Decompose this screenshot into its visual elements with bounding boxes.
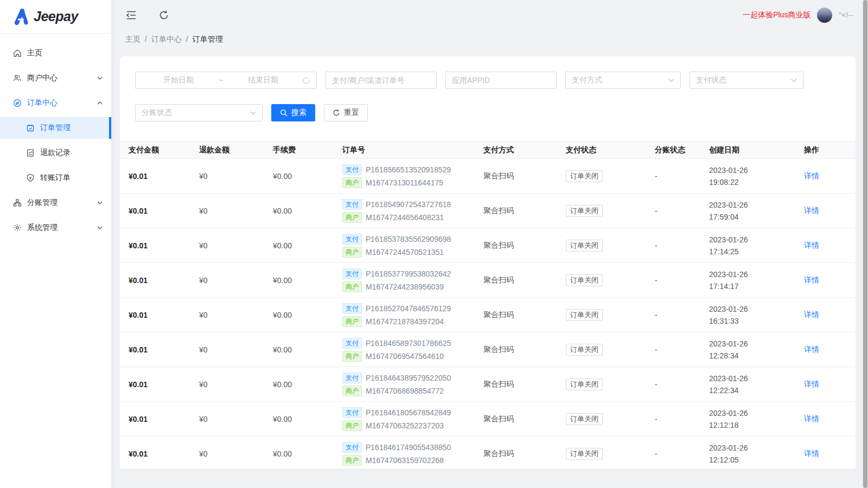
- cell-pay-state: 订单关闭: [557, 309, 646, 321]
- filter-row-1: 开始日期 ~ 结束日期 支付方式: [135, 72, 840, 89]
- sidebar-item-home[interactable]: 主页: [0, 42, 111, 64]
- cell-fee: ¥0.00: [264, 415, 334, 423]
- cell-actions: 详情: [795, 414, 856, 424]
- shield-icon: [26, 174, 35, 182]
- sidebar-item-merchant-center[interactable]: 商户中心: [0, 67, 111, 89]
- cell-order-no: 支付 P1618549072543727618 商户 M167472446564…: [334, 197, 475, 225]
- division-state-select[interactable]: 分账状态: [135, 104, 263, 121]
- avatar[interactable]: [817, 8, 832, 23]
- menu-fold-icon[interactable]: [125, 9, 137, 21]
- pay-order-no: P1618527047846576129: [366, 304, 451, 313]
- jeepay-logo-icon: [12, 8, 30, 26]
- sidebar-item-division-manage[interactable]: 分账管理: [0, 192, 111, 214]
- cell-pay-state: 订单关闭: [557, 448, 646, 460]
- breadcrumb-order-center[interactable]: 订单中心: [151, 35, 182, 44]
- detail-link[interactable]: 详情: [804, 414, 819, 423]
- search-icon: [280, 109, 288, 117]
- brand-logo[interactable]: Jeepay: [0, 0, 111, 34]
- detail-link[interactable]: 详情: [804, 241, 819, 249]
- pay-tag: 支付: [342, 373, 362, 383]
- created-date: 2023-01-26: [709, 234, 795, 246]
- cell-division-state: -: [646, 450, 700, 458]
- brand-name: Jeepay: [34, 9, 78, 24]
- pay-way-select[interactable]: 支付方式: [565, 72, 681, 89]
- order-no-input[interactable]: [326, 72, 437, 89]
- chevron-down-icon: [97, 76, 103, 80]
- cell-pay-amount: ¥0.01: [120, 380, 190, 389]
- detail-link[interactable]: 详情: [804, 310, 819, 319]
- table-row: ¥0.01 ¥0 ¥0.00 支付 P1618465897301786625 商…: [120, 332, 856, 367]
- created-date: 2023-01-26: [709, 407, 795, 419]
- pay-tag: 支付: [342, 338, 362, 349]
- cell-created-date: 2023-01-26 12:12:18: [700, 407, 795, 431]
- sidebar-item-transfer-orders[interactable]: 转账订单: [0, 167, 111, 189]
- cell-pay-amount: ¥0.01: [120, 172, 190, 181]
- date-range-picker[interactable]: 开始日期 ~ 结束日期: [135, 72, 317, 89]
- detail-link[interactable]: 详情: [804, 206, 819, 215]
- pay-state-placeholder: 支付状态: [696, 75, 726, 85]
- detail-link[interactable]: 详情: [804, 380, 819, 388]
- table-row: ¥0.01 ¥0 ¥0.00 支付 P1618537799538032642 商…: [120, 263, 856, 298]
- table-row: ¥0.01 ¥0 ¥0.00 支付 P1618549072543727618 商…: [120, 194, 856, 228]
- order-state-tag: 订单关闭: [566, 344, 603, 356]
- cell-pay-way: 聚合扫码: [475, 275, 557, 285]
- cell-pay-amount: ¥0.01: [120, 415, 190, 423]
- cell-created-date: 2023-01-26 12:28:34: [700, 338, 795, 362]
- header-suffix-text: "<!--: [839, 11, 854, 19]
- detail-link[interactable]: 详情: [804, 171, 819, 180]
- detail-link[interactable]: 详情: [804, 345, 819, 354]
- detail-link[interactable]: 详情: [804, 275, 819, 284]
- detail-link[interactable]: 详情: [804, 449, 819, 458]
- table-row: ¥0.01 ¥0 ¥0.00 支付 P1618464389579522050 商…: [120, 367, 856, 402]
- breadcrumb-home[interactable]: 主页: [125, 35, 141, 44]
- cell-created-date: 2023-01-26 16:31:33: [700, 303, 795, 327]
- created-time: 12:12:05: [709, 454, 795, 466]
- sidebar-item-order-center[interactable]: 订单中心: [0, 92, 111, 114]
- page-scrollbar: [863, 0, 868, 488]
- created-time: 17:59:04: [709, 211, 795, 223]
- pay-state-select[interactable]: 支付状态: [690, 72, 803, 89]
- order-state-tag: 订单关闭: [566, 309, 603, 321]
- chevron-down-icon: [250, 111, 256, 115]
- order-state-tag: 订单关闭: [566, 240, 603, 252]
- merchant-tag: 商户: [342, 316, 362, 327]
- sidebar-item-label: 主页: [27, 48, 42, 58]
- filter-row-2: 分账状态 搜索 重: [135, 104, 840, 121]
- col-pay-amount: 支付金额: [120, 145, 190, 155]
- chevron-down-icon: [791, 79, 797, 82]
- table-row: ¥0.01 ¥0 ¥0.00 支付 P1618461805678542849 商…: [120, 402, 856, 436]
- pay-tag: 支付: [342, 303, 362, 314]
- merchant-order-no: M16747063159702268: [366, 456, 444, 465]
- cell-order-no: 支付 P1618537799538032642 商户 M167472442389…: [334, 266, 475, 294]
- cell-pay-state: 订单关闭: [557, 274, 646, 286]
- reset-icon: [333, 109, 340, 117]
- sidebar-item-refund-records[interactable]: 退款记录: [0, 142, 111, 164]
- reload-icon[interactable]: [158, 9, 170, 21]
- appid-input[interactable]: [445, 72, 557, 89]
- sidebar-item-system-manage[interactable]: 系统管理: [0, 217, 111, 239]
- order-state-tag: 订单关闭: [566, 448, 603, 460]
- cell-pay-state: 订单关闭: [557, 205, 646, 217]
- cell-pay-amount: ¥0.01: [120, 241, 190, 250]
- calendar-icon: [26, 124, 35, 132]
- order-state-tag: 订单关闭: [566, 274, 603, 286]
- cell-pay-way: 聚合扫码: [475, 449, 557, 459]
- cell-division-state: -: [646, 345, 700, 354]
- sidebar-item-label: 订单管理: [40, 123, 71, 133]
- search-button[interactable]: 搜索: [271, 104, 315, 121]
- scrollbar-thumb[interactable]: [863, 0, 867, 488]
- merchant-order-no: M16747068698854772: [366, 387, 444, 395]
- transaction-icon: [13, 99, 22, 107]
- created-date: 2023-01-26: [709, 373, 795, 384]
- plus-promo-link[interactable]: 一起体验Plus商业版: [743, 10, 810, 20]
- cell-refund-amount: ¥0: [190, 415, 264, 423]
- date-end-placeholder: 结束日期: [226, 75, 300, 85]
- reset-button[interactable]: 重置: [324, 104, 368, 121]
- pay-tag: 支付: [342, 164, 362, 175]
- cell-fee: ¥0.00: [264, 241, 334, 250]
- col-pay-state: 支付状态: [557, 145, 646, 155]
- cell-fee: ¥0.00: [264, 276, 334, 285]
- pay-tag: 支付: [342, 442, 362, 453]
- merchant-order-no: M16747244570521351: [366, 248, 444, 256]
- sidebar-item-order-manage[interactable]: 订单管理: [0, 117, 111, 139]
